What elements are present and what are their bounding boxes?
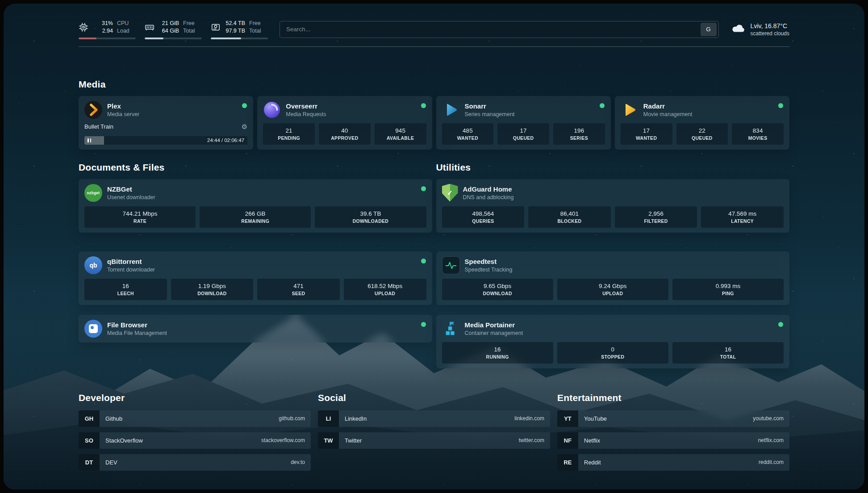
bookmark-linkedin[interactable]: LI LinkedIn linkedin.com: [318, 410, 550, 427]
stat-box: 47.569 msLATENCY: [701, 206, 784, 228]
bookmark-name: Twitter: [339, 432, 519, 449]
bookmark-reddit[interactable]: RE Reddit reddit.com: [557, 454, 789, 471]
status-dot: [421, 103, 426, 108]
stat-box: 945AVAILABLE: [375, 123, 426, 145]
app-meta: Speedtest Speedtest Tracking: [465, 258, 513, 273]
stat-box: 196SERIES: [553, 123, 605, 145]
stat-box: 16RUNNING: [442, 342, 553, 363]
bookmark-name: LinkedIn: [339, 410, 514, 427]
bookmark-dev[interactable]: DT DEV dev.to: [79, 454, 311, 471]
app-card-sonarr[interactable]: Sonarr Series management 485WANTED 17QUE…: [436, 96, 611, 150]
status-dot: [421, 322, 426, 327]
dashboard-window: 31% 2.94 CPU Load: [4, 4, 864, 489]
cpu-load-label: Load: [117, 27, 129, 34]
cpu-usage-label: CPU: [117, 20, 129, 27]
pause-icon[interactable]: [88, 138, 91, 142]
stat-box: 17WANTED: [621, 123, 672, 145]
bookmark-abbr: TW: [318, 432, 339, 449]
overseerr-icon: [263, 101, 281, 119]
disk-total-label: Total: [249, 27, 261, 34]
app-meta: Radarr Movie management: [643, 102, 693, 117]
header-divider: [79, 46, 789, 47]
qbittorrent-icon-text: qb: [89, 262, 97, 269]
app-subtitle: Media server: [107, 111, 139, 117]
bookmark-twitter[interactable]: TW Twitter twitter.com: [318, 432, 550, 449]
cloud-icon: [730, 23, 746, 36]
bookmark-netflix[interactable]: NF Netflix netflix.com: [557, 432, 789, 449]
bookmark-url: netflix.com: [758, 432, 789, 449]
bookmark-stackoverflow[interactable]: SO StackOverflow stackoverflow.com: [79, 432, 311, 449]
stat-box: 1.19 GbpsDOWNLOAD: [171, 279, 254, 300]
app-subtitle: DNS and adblocking: [463, 194, 514, 201]
bookmark-name: Reddit: [578, 454, 759, 471]
status-dot: [242, 103, 247, 108]
bookmark-github[interactable]: GH Github github.com: [79, 410, 311, 427]
stat-box: 498,564QUERIES: [442, 206, 525, 228]
app-meta: Overseerr Media Requests: [286, 102, 326, 117]
status-dot: [778, 322, 783, 327]
app-subtitle: Speedtest Tracking: [465, 267, 513, 273]
system-stats: 31% 2.94 CPU Load: [79, 20, 268, 39]
search-input[interactable]: [280, 26, 701, 33]
app-card-speedtest[interactable]: Speedtest Speedtest Tracking 9.65 GbpsDO…: [436, 251, 790, 305]
adguard-icon: [442, 184, 458, 202]
bookmark-youtube[interactable]: YT YouTube youtube.com: [557, 410, 789, 427]
app-name: Speedtest: [465, 258, 513, 266]
app-card-nzbget[interactable]: nzbget NZBGet Usenet downloader 744.21 M…: [79, 179, 432, 233]
cpu-load-value: 2.94: [102, 27, 113, 34]
stat-box: 16LEECH: [84, 279, 167, 300]
section-title-social: Social: [318, 393, 550, 403]
bookmark-group-developer: Developer GH Github github.com SO StackO…: [79, 393, 311, 476]
app-subtitle: Usenet downloader: [107, 194, 155, 201]
disk-widget: 52.4 TB 97.9 TB Free Total: [211, 20, 268, 39]
bookmark-url: stackoverflow.com: [261, 432, 311, 449]
playback-time: 24:44 / 02:06:47: [207, 138, 244, 143]
playback-progress-bar[interactable]: 24:44 / 02:06:47: [84, 136, 247, 145]
now-playing-title: Bullet Train: [84, 123, 113, 130]
bookmark-url: dev.to: [291, 454, 311, 471]
bookmark-url: twitter.com: [519, 432, 550, 449]
cpu-usage-value: 31%: [102, 20, 113, 27]
cpu-icon: [79, 22, 88, 32]
app-card-portainer[interactable]: Media Portainer Container management 16R…: [436, 315, 790, 368]
stat-box: 471SEED: [257, 279, 340, 300]
app-card-qbittorrent[interactable]: qb qBittorrent Torrent downloader 16LEEC…: [79, 251, 432, 305]
app-card-radarr[interactable]: Radarr Movie management 17WANTED 22QUEUE…: [615, 96, 789, 150]
stat-box: 2,956FILTERED: [615, 206, 697, 228]
section-title-documents: Documents & Files: [79, 162, 432, 173]
ram-widget: 21 GiB 64 GiB Free Total: [145, 20, 202, 39]
app-meta: qBittorrent Torrent downloader: [107, 258, 155, 273]
gear-icon[interactable]: [242, 123, 247, 130]
app-meta: Plex Media server: [107, 102, 139, 117]
bookmark-abbr: GH: [79, 410, 100, 427]
app-subtitle: Media Requests: [286, 111, 326, 117]
nzbget-icon-text: nzbget: [87, 191, 100, 195]
stat-box: 618.52 MbpsUPLOAD: [344, 279, 426, 300]
app-subtitle: Movie management: [643, 111, 693, 117]
stat-box: 39.6 TBDOWNLOADED: [315, 206, 426, 228]
cpu-progress-bar: [79, 38, 136, 39]
portainer-icon: [442, 320, 460, 338]
weather-widget: Lviv, 16.87°C scattered clouds: [730, 22, 789, 37]
app-meta: AdGuard Home DNS and adblocking: [463, 185, 514, 201]
app-name: Plex: [107, 102, 139, 110]
sonarr-icon: [442, 101, 460, 119]
search-engine-button[interactable]: G: [701, 23, 717, 36]
status-dot: [600, 103, 605, 108]
app-card-adguard[interactable]: AdGuard Home DNS and adblocking 498,564Q…: [436, 179, 790, 233]
qbittorrent-icon: qb: [84, 256, 102, 274]
stat-box: 22QUEUED: [676, 123, 728, 145]
app-name: File Browser: [107, 321, 167, 329]
app-card-overseerr[interactable]: Overseerr Media Requests 21PENDING 40APP…: [257, 96, 432, 150]
app-card-filebrowser[interactable]: File Browser Media File Management: [79, 315, 432, 343]
bookmark-group-social: Social LI LinkedIn linkedin.com TW Twitt…: [318, 393, 550, 476]
app-card-plex[interactable]: Plex Media server Bullet Train 24:44 / 0…: [79, 96, 253, 150]
section-title-entertainment: Entertainment: [557, 393, 789, 403]
ram-total-value: 64 GiB: [162, 27, 179, 34]
app-meta: Sonarr Series management: [465, 102, 515, 117]
app-meta: File Browser Media File Management: [107, 321, 167, 336]
stat-box: 9.24 GbpsUPLOAD: [557, 279, 668, 300]
stat-box: 86,401BLOCKED: [528, 206, 611, 228]
app-subtitle: Series management: [465, 111, 515, 117]
ram-progress-bar: [145, 38, 202, 39]
